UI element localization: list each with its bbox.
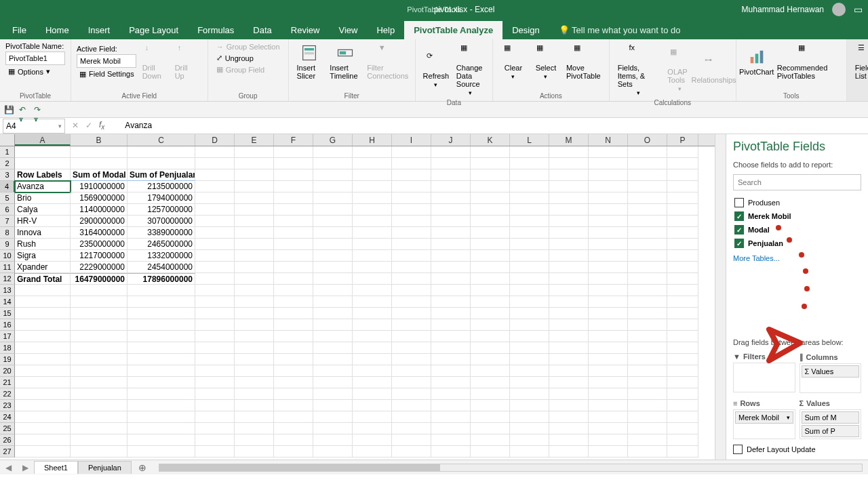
rows-merek-chip[interactable]: Merek Mobil▾ [735, 411, 793, 424]
cell-A8[interactable]: Innova [15, 227, 71, 239]
column-header-F[interactable]: F [274, 134, 313, 146]
cell-I6[interactable] [392, 204, 431, 216]
cell-D27[interactable] [195, 446, 235, 458]
cell-E27[interactable] [235, 446, 274, 458]
cell-E2[interactable] [235, 158, 274, 169]
cell-G16[interactable] [313, 319, 353, 331]
cell-C10[interactable]: 1332000000 [127, 250, 195, 262]
select-button[interactable]: ▦Select▾ [531, 42, 561, 81]
cell-J9[interactable] [431, 239, 471, 250]
cell-K3[interactable] [471, 169, 510, 181]
cell-K20[interactable] [471, 365, 510, 377]
cell-O3[interactable] [628, 169, 667, 181]
cell-C23[interactable] [127, 400, 195, 411]
cell-M7[interactable] [549, 216, 589, 227]
vertical-scrollbar[interactable] [715, 134, 726, 460]
column-header-C[interactable]: C [127, 134, 195, 146]
cell-C3[interactable]: Sum of Penjualan [127, 169, 195, 181]
cell-O4[interactable] [628, 181, 667, 192]
cell-P24[interactable] [667, 411, 698, 423]
cell-K13[interactable] [471, 285, 510, 296]
cell-E7[interactable] [235, 216, 274, 227]
cell-N8[interactable] [589, 227, 628, 239]
cell-H24[interactable] [353, 411, 392, 423]
cell-L24[interactable] [510, 411, 549, 423]
cell-I26[interactable] [392, 434, 431, 446]
cell-K6[interactable] [471, 204, 510, 216]
cell-E4[interactable] [235, 181, 274, 192]
cell-P1[interactable] [667, 146, 698, 158]
field-list-button[interactable]: ☰Field List [852, 42, 868, 81]
cell-G17[interactable] [313, 331, 353, 342]
cell-O7[interactable] [628, 216, 667, 227]
values-chip[interactable]: Sum of M [802, 411, 860, 424]
column-header-H[interactable]: H [353, 134, 392, 146]
row-header-6[interactable]: 6 [0, 204, 15, 216]
cell-A27[interactable] [15, 446, 71, 458]
cell-L16[interactable] [510, 319, 549, 331]
field-checkbox[interactable]: ✓ [734, 225, 744, 235]
cell-F8[interactable] [274, 227, 313, 239]
cell-G2[interactable] [313, 158, 353, 169]
cell-E23[interactable] [235, 400, 274, 411]
cell-D25[interactable] [195, 423, 235, 434]
cell-H7[interactable] [353, 216, 392, 227]
cell-A15[interactable] [15, 308, 71, 319]
tab-file[interactable]: File [3, 21, 36, 39]
cell-B3[interactable]: Sum of Modal [71, 169, 127, 181]
cell-N4[interactable] [589, 181, 628, 192]
formula-input[interactable]: Avanza [125, 121, 152, 130]
cell-G12[interactable] [313, 273, 353, 285]
cell-D9[interactable] [195, 239, 235, 250]
cell-A11[interactable]: Xpander [15, 262, 71, 273]
column-header-O[interactable]: O [628, 134, 667, 146]
cell-N26[interactable] [589, 434, 628, 446]
cell-B14[interactable] [71, 296, 127, 308]
cell-A5[interactable]: Brio [15, 192, 71, 204]
cell-H12[interactable] [353, 273, 392, 285]
cell-N19[interactable] [589, 354, 628, 365]
cell-M23[interactable] [549, 400, 589, 411]
cell-A17[interactable] [15, 331, 71, 342]
column-header-G[interactable]: G [313, 134, 353, 146]
cell-E21[interactable] [235, 377, 274, 388]
cell-M20[interactable] [549, 365, 589, 377]
cell-B22[interactable] [71, 388, 127, 400]
undo-icon[interactable]: ↶ ▾ [19, 105, 28, 115]
cell-J1[interactable] [431, 146, 471, 158]
cell-C25[interactable] [127, 423, 195, 434]
cell-G5[interactable] [313, 192, 353, 204]
cell-P12[interactable] [667, 273, 698, 285]
recommended-pivottables-button[interactable]: ▦Recommended PivotTables [774, 42, 841, 81]
cell-L7[interactable] [510, 216, 549, 227]
cell-I18[interactable] [392, 342, 431, 354]
cell-D3[interactable] [195, 169, 235, 181]
cell-O13[interactable] [628, 285, 667, 296]
cell-H3[interactable] [353, 169, 392, 181]
pivottable-name-input[interactable] [5, 52, 65, 65]
cell-H15[interactable] [353, 308, 392, 319]
cell-H10[interactable] [353, 250, 392, 262]
cell-A2[interactable] [15, 158, 71, 169]
cell-O19[interactable] [628, 354, 667, 365]
ribbon-display-icon[interactable]: ▭ [854, 4, 863, 15]
field-checkbox[interactable] [734, 198, 744, 207]
cell-N18[interactable] [589, 342, 628, 354]
cell-O17[interactable] [628, 331, 667, 342]
cell-I1[interactable] [392, 146, 431, 158]
cell-N11[interactable] [589, 262, 628, 273]
cell-I24[interactable] [392, 411, 431, 423]
cell-E5[interactable] [235, 192, 274, 204]
cell-F2[interactable] [274, 158, 313, 169]
row-header-13[interactable]: 13 [0, 285, 15, 296]
cell-J4[interactable] [431, 181, 471, 192]
cell-L23[interactable] [510, 400, 549, 411]
cell-D11[interactable] [195, 262, 235, 273]
column-header-M[interactable]: M [549, 134, 589, 146]
cell-D22[interactable] [195, 388, 235, 400]
row-header-10[interactable]: 10 [0, 250, 15, 262]
tab-pivottable-analyze[interactable]: PivotTable Analyze [404, 21, 502, 39]
row-header-21[interactable]: 21 [0, 377, 15, 388]
field-settings-button[interactable]: ▦ Field Settings [77, 69, 137, 79]
tab-review[interactable]: Review [281, 21, 330, 39]
